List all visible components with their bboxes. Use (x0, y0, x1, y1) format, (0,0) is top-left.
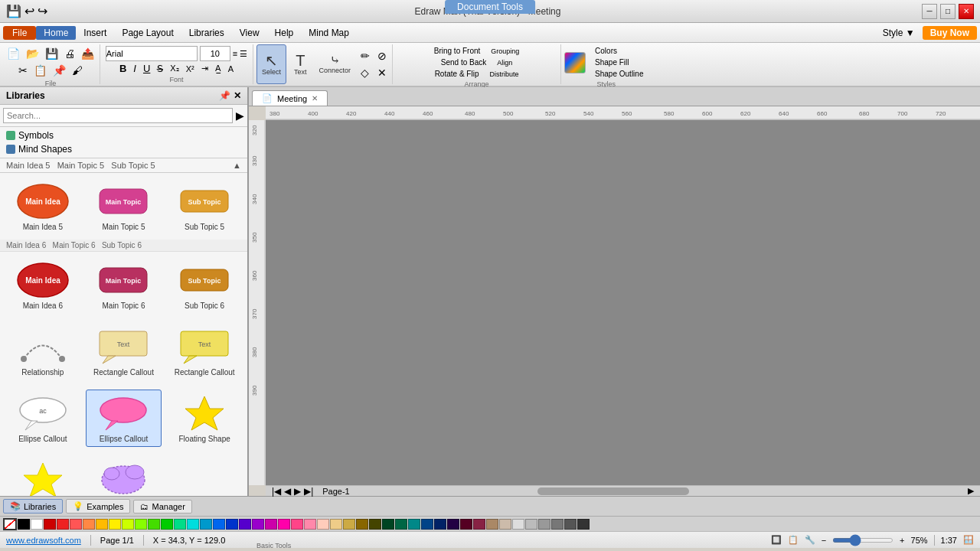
indent-icon[interactable]: ⇥ (199, 64, 211, 73)
rotate-flip-button[interactable]: Rotate & Flip (430, 69, 484, 79)
document-tools-tab[interactable]: Document Tools (445, 0, 535, 14)
shape-sub-topic-5[interactable]: Sub Topic Sub Topic 5 (166, 178, 243, 235)
scrollbar-thumb-h[interactable] (537, 487, 689, 495)
menu-mind-map[interactable]: Mind Map (301, 26, 357, 40)
shape-relationship[interactable]: Relationship (5, 323, 81, 380)
grouping-button[interactable]: Grouping (486, 47, 524, 56)
search-go-icon[interactable]: ▶ (236, 109, 244, 122)
delete-icon[interactable]: ✕ (375, 65, 389, 80)
color-swatch-37[interactable] (499, 519, 511, 530)
color-swatch-34[interactable] (460, 519, 472, 530)
list-icon[interactable]: ☰ (240, 49, 247, 59)
tab-examples[interactable]: 💡 Examples (66, 499, 130, 514)
color-swatch-20[interactable] (278, 519, 290, 530)
shape-main-topic-6[interactable]: Main Topic Main Topic 6 (86, 256, 162, 314)
horizontal-scrollbar[interactable]: |◀ ◀ ▶ ▶| Page-1 ▶ (266, 485, 980, 496)
zoom-slider[interactable] (832, 538, 893, 543)
eraser-icon[interactable]: ⊘ (375, 48, 389, 64)
shape-floating-1[interactable]: Floating Shape (166, 390, 243, 447)
color-swatch-21[interactable] (291, 519, 303, 530)
send-to-back-button[interactable]: Send to Back (436, 57, 491, 67)
color-swatch-3[interactable] (57, 519, 69, 530)
print-icon[interactable]: 🖨 (62, 46, 77, 61)
menu-insert[interactable]: Insert (76, 26, 114, 40)
tab-manager[interactable]: 🗂 Manager (133, 500, 191, 514)
bring-to-front-button[interactable]: Bring to Front (430, 46, 485, 56)
color-swatch-18[interactable] (252, 519, 264, 530)
color-swatch-32[interactable] (434, 519, 446, 530)
taskbar-icon-1[interactable]: 🪟 (963, 535, 974, 545)
color-swatch-28[interactable] (382, 519, 394, 530)
distribute-button[interactable]: Distribute (485, 70, 523, 79)
cut-icon[interactable]: ✂ (16, 63, 30, 78)
status-icon-2[interactable]: 📋 (788, 535, 799, 545)
menu-libraries[interactable]: Libraries (181, 26, 232, 40)
category-mind-shapes[interactable]: Mind Shapes (3, 142, 244, 156)
color-swatch-38[interactable] (512, 519, 524, 530)
color-none-swatch[interactable] (3, 518, 17, 530)
color-swatch-10[interactable] (148, 519, 160, 530)
meeting-tab[interactable]: 📄 Meeting ✕ (252, 90, 328, 106)
color-swatch-27[interactable] (369, 519, 381, 530)
shape-main-topic-5[interactable]: Main Topic Main Topic 5 (86, 178, 162, 235)
select-tool-button[interactable]: ↖ Select (256, 44, 286, 84)
scrollbar-track[interactable] (356, 487, 962, 495)
save-icon[interactable]: 💾 (6, 4, 21, 18)
scroll-up-icon[interactable]: ▲ (233, 161, 241, 170)
color-swatch-17[interactable] (239, 519, 251, 530)
color-swatch-6[interactable] (96, 519, 108, 530)
minimize-button[interactable]: ─ (922, 4, 937, 19)
color-swatch-11[interactable] (161, 519, 173, 530)
color-swatch-12[interactable] (174, 519, 186, 530)
color-swatch-24[interactable] (330, 519, 342, 530)
shape-main-idea-5[interactable]: Main Idea Main Idea 5 (5, 178, 81, 235)
color-swatch-31[interactable] (421, 519, 433, 530)
new-icon[interactable]: 📄 (5, 46, 22, 61)
redo-icon[interactable]: ↪ (38, 4, 47, 18)
scroll-right-icon[interactable]: ▶ (968, 486, 974, 496)
color-swatch-5[interactable] (83, 519, 95, 530)
color-swatch-39[interactable] (525, 519, 537, 530)
subscript-icon[interactable]: X₂ (168, 64, 181, 73)
color-swatch-2[interactable] (44, 519, 56, 530)
color-swatch-43[interactable] (577, 519, 590, 530)
meeting-tab-close[interactable]: ✕ (312, 94, 318, 103)
color-swatch-23[interactable] (317, 519, 329, 530)
format-painter-icon[interactable]: 🖌 (70, 63, 85, 78)
style-color-swatch[interactable] (564, 52, 586, 73)
color-swatch-30[interactable] (408, 519, 420, 530)
shape-outline-button[interactable]: Shape Outline (590, 69, 648, 79)
library-scroll-area[interactable]: Main Idea Main Idea 5 Main Topic Main To… (0, 173, 247, 496)
font-name-input[interactable] (106, 46, 198, 61)
nav-next-icon[interactable]: ▶ (294, 486, 301, 497)
pencil-icon[interactable]: ✏ (358, 48, 372, 64)
color-swatch-4[interactable] (70, 519, 82, 530)
shape-rect-callout-1[interactable]: Text Rectangle Callout (86, 323, 162, 380)
color-swatch-7[interactable] (109, 519, 121, 530)
shape-ellipse-callout-1[interactable]: ac Ellipse Callout (5, 390, 81, 447)
color-swatch-15[interactable] (213, 519, 225, 530)
color-swatch-19[interactable] (265, 519, 277, 530)
shape-icon[interactable]: ◇ (358, 65, 372, 80)
color-swatch-1[interactable] (31, 519, 43, 530)
close-libraries-icon[interactable]: ✕ (234, 90, 241, 101)
close-button[interactable]: ✕ (959, 4, 974, 19)
align-icon[interactable]: ≡ (233, 49, 237, 58)
quick-access-toolbar[interactable]: 💾 ↩ ↪ (6, 4, 47, 18)
library-search-input[interactable] (3, 108, 233, 123)
menu-page-layout[interactable]: Page Layout (114, 26, 181, 40)
color-swatch-40[interactable] (538, 519, 550, 530)
strikethrough-icon[interactable]: S̶ (155, 63, 165, 74)
color-swatch-16[interactable] (226, 519, 238, 530)
color-swatch-22[interactable] (304, 519, 316, 530)
highlight-icon[interactable]: A (226, 64, 236, 73)
color-swatch-0[interactable] (18, 519, 30, 530)
font-color-bg-icon[interactable]: A̲ (213, 64, 224, 73)
save-icon[interactable]: 💾 (43, 46, 60, 61)
shape-main-idea-6[interactable]: Main Idea Main Idea 6 (5, 256, 81, 314)
shape-rect-callout-2[interactable]: Text Rectangle Callout (166, 323, 243, 380)
pin-icon[interactable]: 📌 (219, 90, 230, 101)
colors-button[interactable]: Colors (590, 46, 648, 56)
superscript-icon[interactable]: X² (184, 64, 197, 73)
open-icon[interactable]: 📂 (24, 46, 41, 61)
